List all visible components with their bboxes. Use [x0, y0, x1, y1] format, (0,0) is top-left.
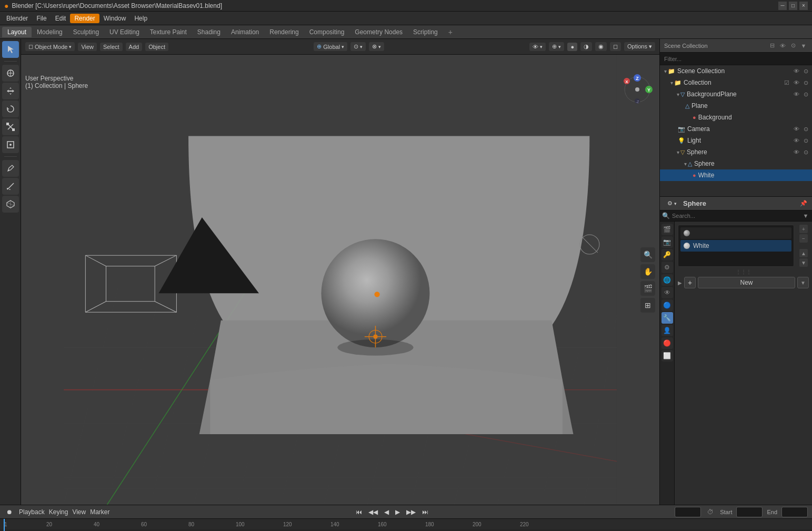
select-tool-button[interactable]	[2, 41, 19, 58]
transform-orientation-button[interactable]: ⊕ Global ▾	[314, 42, 347, 51]
collection-checkbox[interactable]: ☑	[783, 78, 791, 87]
prop-tab-render[interactable]: 🎬	[661, 224, 673, 235]
current-frame-input[interactable]: 1	[675, 507, 701, 517]
outliner-item-light[interactable]: 💡 Light 👁 ⊙	[660, 135, 812, 146]
mat-slot-add-button[interactable]: +	[799, 225, 808, 233]
tab-sculpting[interactable]: Sculpting	[68, 27, 104, 37]
collection-restrict[interactable]: ⊙	[801, 78, 810, 87]
mat-new-button[interactable]: New	[698, 277, 795, 288]
bgplane-eye[interactable]: 👁	[792, 90, 800, 98]
light-restrict[interactable]: ⊙	[801, 136, 810, 145]
menu-help[interactable]: Help	[130, 14, 152, 23]
prop-tab-physics[interactable]: 🔴	[661, 337, 673, 349]
end-frame-input[interactable]: 250	[781, 507, 808, 517]
prop-tab-output[interactable]: 📷	[661, 236, 673, 248]
outliner-filter-button[interactable]: ⊟	[768, 42, 776, 50]
next-keyframe-button[interactable]: ▶▶	[404, 507, 418, 517]
camera-restrict[interactable]: ⊙	[801, 125, 810, 133]
view-label[interactable]: View	[72, 508, 86, 516]
prop-tab-constraints[interactable]: ⬜	[661, 350, 673, 362]
tab-layout[interactable]: Layout	[2, 27, 32, 37]
maximize-button[interactable]: □	[789, 2, 797, 10]
shading-rendered-button[interactable]: ◉	[595, 42, 607, 51]
outliner-item-sphere-mesh[interactable]: ▾ △ Sphere	[660, 158, 812, 169]
outliner-item-scene-collection[interactable]: ▾ 📁 Scene Collection 👁 ⊙	[660, 65, 812, 77]
prop-tab-object[interactable]: 👁	[661, 287, 673, 298]
mode-select-button[interactable]: ◻ Object Mode ▾	[25, 42, 75, 51]
close-button[interactable]: ×	[799, 2, 808, 10]
outliner-item-sphere-obj[interactable]: ▾ ▽ Sphere 👁 ⊙	[660, 146, 812, 158]
tab-texture-paint[interactable]: Texture Paint	[145, 27, 192, 37]
outliner-item-white-mat[interactable]: ● White	[660, 169, 812, 181]
navigation-gizmo[interactable]: Z Y X -Z	[621, 74, 653, 105]
viewport-canvas[interactable]: User Perspective (1) Collection | Sphere…	[21, 55, 659, 505]
menu-edit[interactable]: Edit	[51, 14, 71, 23]
prop-tab-world[interactable]: 🌐	[661, 274, 673, 286]
scene-collection-eye[interactable]: 👁	[792, 67, 800, 75]
marker-label[interactable]: Marker	[90, 508, 109, 516]
outliner-search[interactable]	[660, 53, 812, 65]
add-cube-button[interactable]	[2, 196, 19, 213]
titlebar-controls[interactable]: ─ □ ×	[778, 2, 808, 10]
tab-uv-editing[interactable]: UV Editing	[104, 27, 145, 37]
view-menu-button[interactable]: View	[78, 43, 97, 51]
prop-tab-material[interactable]: 🔧	[661, 312, 673, 324]
play-button[interactable]: ▶	[393, 507, 402, 517]
jump-start-button[interactable]: ⏮	[354, 507, 364, 517]
mat-options-button[interactable]: ▼	[797, 277, 809, 288]
keying-label[interactable]: Keying	[49, 508, 68, 516]
tab-scripting[interactable]: Scripting	[408, 27, 443, 37]
move-tool-button[interactable]	[2, 83, 19, 99]
jump-end-button[interactable]: ⏭	[420, 507, 430, 517]
pan-button[interactable]: ✋	[640, 264, 655, 279]
outliner-funnel-button[interactable]: ▼	[799, 42, 808, 50]
select-menu-button[interactable]: Select	[100, 43, 123, 51]
outliner-item-camera[interactable]: 📷 Camera 👁 ⊙	[660, 123, 812, 135]
prop-tab-scene[interactable]: ⚙	[661, 262, 673, 273]
tab-shading[interactable]: Shading	[192, 27, 226, 37]
rotate-tool-button[interactable]	[2, 101, 19, 117]
shading-material-button[interactable]: ◑	[580, 42, 592, 51]
prop-tab-modifier[interactable]: 🔵	[661, 299, 673, 311]
collection-eye[interactable]: 👁	[792, 78, 800, 87]
prev-keyframe-button[interactable]: ◀	[382, 507, 391, 517]
menu-file[interactable]: File	[32, 14, 51, 23]
tab-rendering[interactable]: Rendering	[264, 27, 304, 37]
shading-wire-button[interactable]: ◻	[610, 42, 621, 51]
collection-view-button[interactable]: ⊞	[640, 298, 655, 313]
outliner-item-background-mat[interactable]: ● Background	[660, 112, 812, 123]
sphere-obj-eye[interactable]: 👁	[792, 148, 800, 156]
playback-label[interactable]: Playback	[19, 508, 45, 516]
menu-render[interactable]: Render	[70, 14, 99, 23]
prop-tab-view-layer[interactable]: 🔑	[661, 249, 673, 261]
viewport[interactable]: ◻ Object Mode ▾ View Select Add Object ⊕…	[21, 39, 659, 505]
sphere-obj-restrict[interactable]: ⊙	[801, 148, 810, 156]
material-white-row[interactable]: White	[680, 240, 791, 252]
tab-compositing[interactable]: Compositing	[304, 27, 350, 37]
transform-tool-button[interactable]	[2, 136, 19, 153]
mat-slot-remove-button[interactable]: −	[799, 234, 808, 243]
object-menu-button[interactable]: Object	[145, 43, 168, 51]
mat-add-material-button[interactable]: +	[684, 277, 696, 288]
minimize-button[interactable]: ─	[778, 2, 787, 10]
outliner-item-backgroundplane[interactable]: ▾ ▽ BackgroundPlane 👁 ⊙	[660, 88, 812, 100]
tab-modeling[interactable]: Modeling	[32, 27, 68, 37]
scene-collection-restrict[interactable]: ⊙	[801, 67, 810, 75]
camera-view-button[interactable]: 🎬	[640, 281, 655, 296]
camera-eye[interactable]: 👁	[792, 125, 800, 133]
annotate-tool-button[interactable]	[2, 160, 19, 177]
zoom-in-button[interactable]: 🔍	[640, 247, 655, 262]
add-menu-button[interactable]: Add	[126, 43, 143, 51]
add-workspace-button[interactable]: +	[443, 26, 458, 38]
bgplane-restrict[interactable]: ⊙	[801, 90, 810, 98]
snap-toggle[interactable]: ⊙ ▾	[350, 42, 366, 51]
light-eye[interactable]: 👁	[792, 136, 800, 145]
gizmo-button[interactable]: ⊕ ▾	[549, 42, 564, 51]
properties-filter-button[interactable]: ▼	[801, 212, 810, 220]
mat-expand-arrow[interactable]: ▶	[678, 280, 682, 286]
scale-tool-button[interactable]	[2, 118, 19, 135]
shading-solid-button[interactable]: ●	[567, 43, 577, 51]
outliner-eye-button[interactable]: 👁	[778, 42, 787, 50]
playback-menu[interactable]: ⏺	[4, 507, 15, 517]
properties-pin-button[interactable]: 📌	[799, 199, 808, 208]
